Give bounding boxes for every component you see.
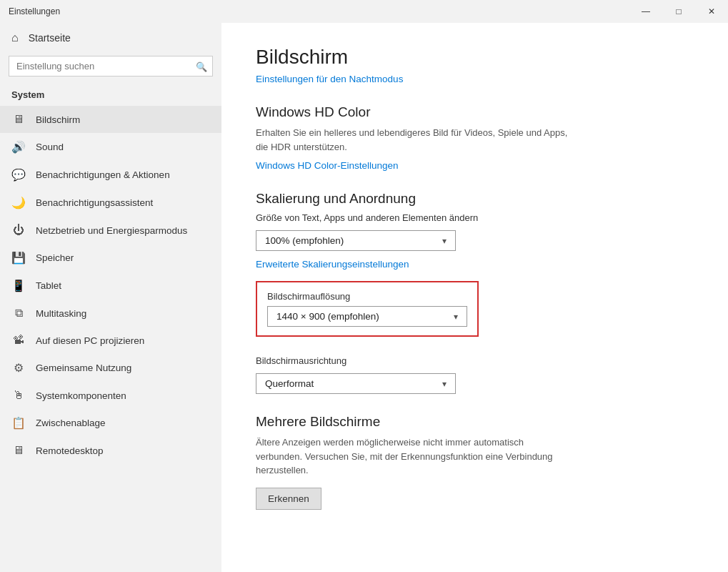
- minimize-button[interactable]: —: [629, 0, 662, 23]
- sidebar-item-multitasking[interactable]: ⧉ Multitasking: [0, 300, 221, 327]
- scaling-size-label: Größe von Text, Apps und anderen Element…: [256, 212, 694, 223]
- clipboard-icon: 📋: [11, 416, 26, 430]
- sharing-icon: ⚙: [11, 361, 26, 375]
- sidebar-item-sound[interactable]: 🔊 Sound: [0, 133, 221, 161]
- sidebar-item-label: Systemkomponenten: [36, 390, 126, 401]
- sidebar-item-label: Multitasking: [36, 308, 86, 319]
- project-icon: 📽: [11, 334, 26, 347]
- scaling-dropdown-wrapper: 100% (empfohlen) ▾: [256, 230, 694, 251]
- home-icon: ⌂: [11, 31, 19, 44]
- hd-color-desc: Erhalten Sie ein helleres und lebendiger…: [256, 126, 570, 154]
- page-title: Bildschirm: [256, 46, 694, 69]
- orientation-dropdown[interactable]: Querformat ▾: [256, 373, 456, 394]
- scaling-title: Skalierung und Anordnung: [256, 191, 694, 207]
- sidebar-section-label: System: [0, 85, 221, 106]
- mehrere-desc: Ältere Anzeigen werden möglicherweise ni…: [256, 435, 570, 478]
- notifications-icon: 💬: [11, 168, 26, 182]
- erkennen-button[interactable]: Erkennen: [256, 488, 321, 510]
- maximize-button[interactable]: □: [662, 0, 695, 23]
- app-body: ⌂ Startseite 🔍 System 🖥 Bildschirm 🔊 Sou…: [0, 23, 728, 572]
- chevron-down-icon-3: ▾: [442, 379, 447, 389]
- sidebar-item-tablet[interactable]: 📱 Tablet: [0, 272, 221, 300]
- sidebar-item-label: Auf diesen PC projizieren: [36, 335, 144, 346]
- orientation-label: Bildschirmausrichtung: [256, 355, 694, 366]
- sidebar-item-label: Remotedesktop: [36, 445, 104, 456]
- display-icon: 🖥: [11, 113, 26, 126]
- resolution-label: Bildschirmauflösung: [267, 291, 467, 302]
- assistant-icon: 🌙: [11, 196, 26, 209]
- sidebar-item-label: Zwischenablage: [36, 418, 106, 428]
- sidebar-item-label: Speicher: [36, 252, 74, 263]
- search-input[interactable]: [9, 56, 213, 77]
- sidebar-item-speicher[interactable]: 💾 Speicher: [0, 244, 221, 272]
- sidebar-item-label: Benachrichtigungsassistent: [36, 197, 153, 208]
- sidebar-item-home[interactable]: ⌂ Startseite: [0, 23, 221, 53]
- resolution-value: 1440 × 900 (empfohlen): [276, 311, 379, 322]
- chevron-down-icon: ▾: [442, 236, 447, 246]
- resolution-box: Bildschirmauflösung 1440 × 900 (empfohle…: [256, 281, 479, 337]
- tablet-icon: 📱: [11, 279, 26, 292]
- storage-icon: 💾: [11, 251, 26, 265]
- sidebar-item-projizieren[interactable]: 📽 Auf diesen PC projizieren: [0, 327, 221, 354]
- sidebar-item-assistent[interactable]: 🌙 Benachrichtigungsassistent: [0, 189, 221, 217]
- sidebar-item-remotedesktop[interactable]: 🖥 Remotedesktop: [0, 437, 221, 464]
- multitasking-icon: ⧉: [11, 307, 26, 320]
- sidebar-item-label: Tablet: [36, 280, 61, 291]
- sidebar-item-zwischenablage[interactable]: 📋 Zwischenablage: [0, 409, 221, 437]
- scaling-dropdown[interactable]: 100% (empfohlen) ▾: [256, 230, 456, 251]
- titlebar: Einstellungen — □ ✕: [0, 0, 728, 23]
- sidebar-item-label: Benachrichtigungen & Aktionen: [36, 169, 170, 180]
- sidebar-item-label: Bildschirm: [36, 114, 80, 125]
- sidebar-item-label: Netzbetrieb und Energiesparmodus: [36, 225, 187, 236]
- sidebar-search-wrapper: 🔍: [9, 56, 213, 77]
- remote-icon: 🖥: [11, 444, 26, 457]
- advanced-scaling-link[interactable]: Erweiterte Skalierungseinstellungen: [256, 259, 409, 270]
- sidebar-item-benachrichtigungen[interactable]: 💬 Benachrichtigungen & Aktionen: [0, 161, 221, 189]
- sidebar: ⌂ Startseite 🔍 System 🖥 Bildschirm 🔊 Sou…: [0, 23, 221, 572]
- resolution-dropdown[interactable]: 1440 × 900 (empfohlen) ▾: [267, 306, 467, 327]
- chevron-down-icon-2: ▾: [454, 312, 458, 322]
- orientation-dropdown-wrapper: Querformat ▾: [256, 373, 694, 394]
- hd-color-link[interactable]: Windows HD Color-Einstellungen: [256, 160, 399, 171]
- scaling-value: 100% (empfohlen): [265, 235, 344, 246]
- search-icon: 🔍: [196, 61, 207, 72]
- sidebar-item-label: Gemeinsame Nutzung: [36, 363, 131, 373]
- hd-color-title: Windows HD Color: [256, 104, 694, 120]
- power-icon: ⏻: [11, 224, 26, 237]
- app-title: Einstellungen: [9, 6, 60, 16]
- night-mode-link[interactable]: Einstellungen für den Nachtmodus: [256, 74, 403, 84]
- sidebar-item-label: Sound: [36, 142, 64, 152]
- sidebar-item-gemeinsam[interactable]: ⚙ Gemeinsame Nutzung: [0, 354, 221, 382]
- close-button[interactable]: ✕: [695, 0, 728, 23]
- sidebar-item-systemkomponenten[interactable]: 🖱 Systemkomponenten: [0, 382, 221, 409]
- sidebar-item-netzbetrieb[interactable]: ⏻ Netzbetrieb und Energiesparmodus: [0, 217, 221, 244]
- sidebar-home-label: Startseite: [29, 32, 71, 44]
- window-controls: — □ ✕: [629, 0, 728, 23]
- components-icon: 🖱: [11, 389, 26, 402]
- main-content: Bildschirm Einstellungen für den Nachtmo…: [221, 23, 728, 572]
- orientation-value: Querformat: [265, 378, 314, 389]
- mehrere-title: Mehrere Bildschirme: [256, 414, 694, 430]
- sound-icon: 🔊: [11, 140, 26, 154]
- sidebar-item-bildschirm[interactable]: 🖥 Bildschirm: [0, 106, 221, 133]
